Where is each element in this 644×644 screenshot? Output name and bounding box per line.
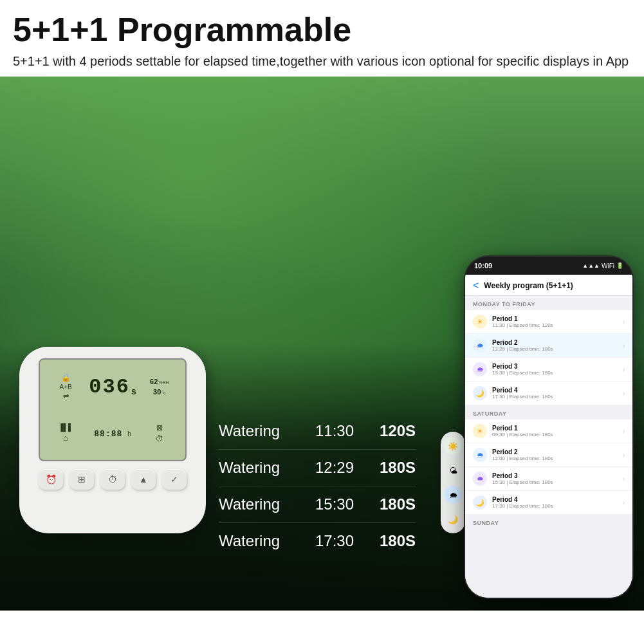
phone-time: 10:09 — [474, 262, 492, 270]
watering-row-3: Watering 15:30 180S — [219, 486, 416, 523]
period-icon-moon-sat-4: 🌙 — [473, 495, 487, 510]
period-item-sat-1[interactable]: ☀ Period 1 09:30 | Elapsed time: 180s › — [465, 419, 632, 443]
watering-label-1: Watering — [219, 422, 296, 440]
watering-duration-4: 180S — [380, 532, 416, 550]
chevron-right-icon-sat-1: › — [623, 428, 625, 435]
button-confirm[interactable]: ✓ — [162, 469, 187, 490]
phone-body: 10:09 ▲▲▲ WiFi 🔋 < Weekly program (5+1+1… — [465, 257, 632, 598]
watering-label-4: Watering — [219, 532, 296, 550]
chevron-right-icon-sat-4: › — [623, 499, 625, 506]
period-item-mon-2[interactable]: 🌧 Period 2 12:29 | Elapsed time: 180s › — [465, 334, 632, 358]
chevron-right-icon-2: › — [623, 342, 625, 349]
period-info-sat-3: Period 3 15:30 | Elapsed time: 180s — [492, 472, 623, 485]
watering-labels: Watering 11:30 120S Watering 12:29 180S … — [219, 413, 416, 559]
bottom-unit: h — [127, 430, 131, 437]
period-detail-1: 11:30 | Elapsed time: 120s — [492, 322, 623, 328]
period-name-3: Period 3 — [492, 363, 623, 370]
period-icon-cloud-3: 🌧 — [473, 362, 487, 376]
battery-icon: 🔋 — [616, 262, 623, 269]
screen-number: 036 — [89, 375, 130, 399]
back-button[interactable]: < — [473, 280, 479, 291]
screen-bottom-center: 88:88 h — [89, 411, 136, 455]
period-info-sat-2: Period 2 12:00 | Elapsed time: 180s — [492, 448, 623, 461]
humidity-unit: %RH — [158, 380, 169, 385]
watering-row-1: Watering 11:30 120S — [219, 413, 416, 450]
watering-time-1: 11:30 — [315, 422, 360, 440]
button-menu[interactable]: ⊞ — [69, 469, 94, 490]
period-detail-4: 17:30 | Elapsed time: 180s — [492, 394, 623, 400]
watering-time-2: 12:29 — [315, 459, 360, 477]
period-name-1: Period 1 — [492, 315, 623, 322]
watering-duration-1: 120S — [380, 422, 416, 440]
period-detail-3: 15:30 | Elapsed time: 180s — [492, 370, 623, 376]
period-detail-sat-1: 09:30 | Elapsed time: 180s — [492, 432, 623, 437]
chevron-right-icon-1: › — [623, 318, 625, 326]
watering-duration-2: 180S — [380, 459, 416, 477]
period-icon-rain-sat-2: 🌧 — [473, 448, 487, 462]
sidebar-icon-partly-cloudy[interactable]: 🌤 — [444, 461, 462, 479]
section-header-weekdays: Monday To Friday — [465, 296, 632, 310]
period-icon-rain-2: 🌧 — [473, 338, 487, 353]
watering-row-2: Watering 12:29 180S — [219, 450, 416, 486]
main-title: 5+1+1 Programmable — [13, 12, 631, 48]
period-item-sat-4[interactable]: 🌙 Period 4 17:30 | Elapsed time: 180s › — [465, 491, 632, 515]
watering-time-3: 15:30 — [315, 495, 360, 513]
watering-duration-3: 180S — [380, 495, 416, 513]
chevron-right-icon-4: › — [623, 390, 625, 397]
sidebar-panel: ☀️ 🌤 🌧 🌙 — [441, 432, 465, 533]
humidity-value: 62 — [150, 378, 158, 385]
period-name-sat-1: Period 1 — [492, 425, 623, 432]
period-item-mon-3[interactable]: 🌧 Period 3 15:30 | Elapsed time: 180s › — [465, 358, 632, 382]
period-name-4: Period 4 — [492, 387, 623, 394]
period-detail-sat-4: 17:30 | Elapsed time: 180s — [492, 503, 623, 509]
button-up[interactable]: ▲ — [131, 469, 156, 490]
period-icon-cloud-sat-3: 🌧 — [473, 472, 487, 486]
period-name-2: Period 2 — [492, 339, 623, 346]
watering-label-3: Watering — [219, 495, 296, 513]
period-name-sat-4: Period 4 — [492, 496, 623, 503]
device-screen: 🔒 A+B ⇌ 036 s 62 %RH — [39, 358, 187, 461]
watering-row-4: Watering 17:30 180S — [219, 523, 416, 559]
period-info-sat-4: Period 4 17:30 | Elapsed time: 180s — [492, 496, 623, 509]
section-header-saturday: Saturday — [465, 405, 632, 419]
period-detail-sat-3: 15:30 | Elapsed time: 180s — [492, 479, 623, 485]
period-info-1: Period 1 11:30 | Elapsed time: 120s — [492, 315, 623, 328]
chevron-right-icon-3: › — [623, 366, 625, 373]
period-item-sat-3[interactable]: 🌧 Period 3 15:30 | Elapsed time: 180s › — [465, 467, 632, 491]
button-timer[interactable]: ⏱ — [100, 469, 125, 490]
screen-bottom-right: ⊠ ⏱ — [139, 411, 180, 455]
device-buttons: ⏰ ⊞ ⏱ ▲ ✓ — [39, 469, 187, 490]
period-detail-2: 12:29 | Elapsed time: 180s — [492, 346, 623, 352]
phone-status-icons: ▲▲▲ WiFi 🔋 — [582, 262, 623, 270]
watering-time-4: 17:30 — [315, 532, 360, 550]
phone-status-bar: 10:09 ▲▲▲ WiFi 🔋 — [465, 257, 632, 275]
header-section: 5+1+1 Programmable 5+1+1 with 4 periods … — [0, 0, 644, 77]
app-content: Monday To Friday ☀ Period 1 11:30 | Elap… — [465, 296, 632, 598]
period-detail-sat-2: 12:00 | Elapsed time: 180s — [492, 455, 623, 461]
bottom-display: 88:88 — [94, 429, 122, 439]
phone-screen: < Weekly program (5+1+1) Monday To Frida… — [465, 275, 632, 598]
period-info-3: Period 3 15:30 | Elapsed time: 180s — [492, 363, 623, 376]
button-power[interactable]: ⏰ — [39, 469, 63, 490]
period-item-sat-2[interactable]: 🌧 Period 2 12:00 | Elapsed time: 180s › — [465, 443, 632, 467]
signal-icon: ▲▲▲ — [582, 262, 600, 269]
app-title: Weekly program (5+1+1) — [484, 281, 573, 290]
image-section: 🔒 A+B ⇌ 036 s 62 %RH — [0, 77, 644, 611]
device-body: 🔒 A+B ⇌ 036 s 62 %RH — [19, 347, 206, 533]
chevron-right-icon-sat-3: › — [623, 475, 625, 483]
app-header: < Weekly program (5+1+1) — [465, 275, 632, 296]
watering-label-2: Watering — [219, 459, 296, 477]
period-icon-sun-1: ☀ — [473, 315, 487, 329]
period-item-mon-1[interactable]: ☀ Period 1 11:30 | Elapsed time: 120s › — [465, 310, 632, 334]
wifi-icon: WiFi — [602, 262, 614, 270]
period-info-sat-1: Period 1 09:30 | Elapsed time: 180s — [492, 425, 623, 437]
temp-value: 30 — [153, 388, 161, 396]
sidebar-icon-sun[interactable]: ☀️ — [444, 437, 462, 455]
section-header-sunday: Sunday — [465, 515, 632, 529]
sidebar-icon-rain[interactable]: 🌧 — [444, 486, 462, 504]
period-icon-sun-sat-1: ☀ — [473, 424, 487, 438]
sidebar-icon-moon[interactable]: 🌙 — [444, 510, 462, 528]
period-item-mon-4[interactable]: 🌙 Period 4 17:30 | Elapsed time: 180s › — [465, 382, 632, 405]
chevron-right-icon-sat-2: › — [623, 452, 625, 459]
screen-top-right: 62 %RH 30 °c — [139, 365, 180, 409]
